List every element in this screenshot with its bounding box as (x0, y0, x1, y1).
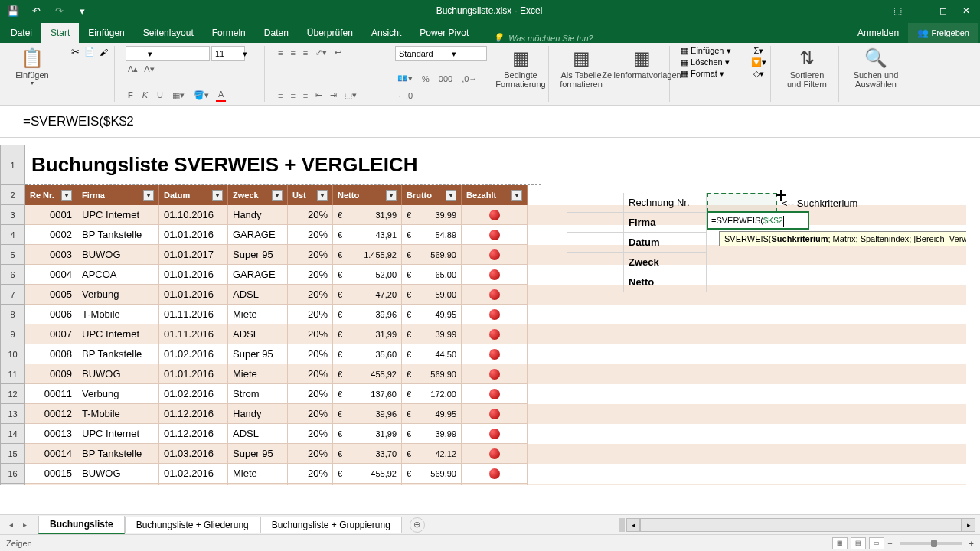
lookup-label-zweck[interactable]: Zweck (624, 253, 707, 272)
table-row[interactable]: 0008BP Tankstelle01.02.2016Super 9520%€3… (25, 344, 966, 364)
row-header[interactable]: 13 (0, 404, 25, 424)
column-header-firma[interactable]: Firma▾ (77, 185, 159, 205)
copy-button[interactable]: 📄 (84, 47, 95, 57)
redo-button[interactable]: ↷ (49, 3, 69, 18)
format-cells-button[interactable]: ▦ Format ▾ (681, 69, 724, 79)
tab-einfuegen[interactable]: Einfügen (79, 23, 133, 43)
row-header[interactable]: 15 (0, 444, 25, 464)
zoom-in-button[interactable]: + (969, 539, 974, 548)
formula-bar[interactable]: =SVERWEIS($K$2 (0, 106, 980, 138)
align-middle-button[interactable]: ≡ (288, 47, 297, 59)
row-header[interactable]: 7 (0, 285, 25, 305)
save-button[interactable]: 💾 (3, 3, 23, 18)
sort-filter-button[interactable]: ⇅Sortieren und Filtern (782, 46, 832, 90)
table-row[interactable]: 00013UPC Internet01.12.2016ADSL20%€31,99… (25, 424, 966, 444)
hscroll-right[interactable]: ▸ (962, 518, 975, 532)
filter-button[interactable]: ▾ (317, 190, 328, 201)
autosum-button[interactable]: Σ▾ (754, 46, 764, 56)
cut-button[interactable]: ✂ (71, 46, 80, 57)
indent-inc-button[interactable]: ⇥ (328, 89, 339, 102)
filter-button[interactable]: ▾ (386, 190, 397, 201)
shrink-font-button[interactable]: A▾ (142, 63, 156, 76)
align-right-button[interactable]: ≡ (301, 90, 310, 102)
filter-button[interactable]: ▾ (143, 190, 154, 201)
close-button[interactable]: ✕ (956, 3, 977, 18)
row-header[interactable]: 17 (0, 484, 25, 485)
font-color-button[interactable]: A (216, 88, 226, 102)
search-criterion-cell[interactable] (707, 193, 777, 213)
bold-button[interactable]: F (126, 89, 136, 101)
qat-dropdown[interactable]: ▾ (72, 3, 92, 18)
row-header[interactable]: 8 (0, 305, 25, 324)
tab-datei[interactable]: Datei (2, 23, 41, 43)
column-header-reNr[interactable]: Re Nr.▾ (25, 185, 77, 205)
maximize-button[interactable]: ◻ (933, 3, 954, 18)
indent-dec-button[interactable]: ⇤ (313, 89, 325, 102)
insert-cells-button[interactable]: ▦ Einfügen ▾ (681, 46, 731, 56)
sheet-tab-2[interactable]: Buchungsliste + Gliederung (125, 517, 260, 533)
align-left-button[interactable]: ≡ (276, 90, 285, 102)
column-header-brutto[interactable]: Brutto▾ (402, 185, 462, 205)
column-header-ust[interactable]: Ust▾ (288, 185, 333, 205)
paste-button[interactable]: 📋Einfügen▾ (11, 46, 54, 88)
table-row[interactable]: 0006T-Mobile01.11.2016Miete20%€39,96€49,… (25, 305, 966, 324)
tab-nav-next[interactable]: ▸ (18, 519, 31, 531)
tab-start[interactable]: Start (41, 23, 79, 43)
row-header[interactable]: 2 (0, 185, 25, 205)
zoom-slider[interactable] (900, 542, 962, 545)
view-pagelayout-button[interactable]: ▤ (851, 537, 866, 549)
fill-button[interactable]: 🔽▾ (751, 57, 766, 67)
row-header[interactable]: 14 (0, 424, 25, 444)
wrap-button[interactable]: ↩ (332, 46, 344, 59)
fill-color-button[interactable]: 🪣▾ (191, 89, 211, 102)
column-header-netto[interactable]: Netto▾ (333, 185, 402, 205)
minimize-button[interactable]: — (910, 3, 931, 18)
border-button[interactable]: ▦▾ (170, 89, 187, 102)
align-top-button[interactable]: ≡ (276, 47, 285, 59)
format-painter-button[interactable]: 🖌 (100, 47, 108, 57)
row-header[interactable]: 4 (0, 225, 25, 245)
row-header[interactable]: 3 (0, 205, 25, 225)
filter-button[interactable]: ▾ (511, 190, 522, 201)
undo-button[interactable]: ↶ (26, 3, 46, 18)
table-row[interactable]: 0007UPC Internet01.11.2016ADSL20%€31,99€… (25, 324, 966, 344)
currency-button[interactable]: 💶▾ (395, 72, 415, 85)
row-header[interactable]: 12 (0, 384, 25, 404)
view-pagebreak-button[interactable]: ▭ (869, 537, 884, 549)
inc-decimal-button[interactable]: ,0→ (459, 73, 479, 85)
conditional-format-button[interactable]: ▦Bedingte Formatierung (499, 46, 542, 90)
percent-button[interactable]: % (420, 73, 432, 85)
sheet-tab-1[interactable]: Buchungsliste (38, 516, 125, 534)
tab-ueberpruefen[interactable]: Überprüfen (298, 23, 362, 43)
filter-button[interactable]: ▾ (61, 190, 72, 201)
table-row[interactable]: 0009BUWOG01.01.2016Miete20%€455,92€569,9… (25, 364, 966, 384)
view-normal-button[interactable]: ▦ (832, 537, 848, 549)
hscroll-track[interactable] (640, 518, 962, 532)
row-header[interactable]: 10 (0, 344, 25, 364)
tab-formeln[interactable]: Formeln (203, 23, 255, 43)
dec-decimal-button[interactable]: ←,0 (395, 90, 415, 102)
row-header[interactable]: 11 (0, 364, 25, 384)
filter-button[interactable]: ▾ (446, 190, 456, 201)
sheet-tab-3[interactable]: Buchungsliste + Gruppierung (260, 517, 402, 533)
table-row[interactable]: 00015BUWOG01.02.2016Miete20%€455,92€569,… (25, 464, 966, 484)
cell-styles-button[interactable]: ▦Zellenformatvorlagen (620, 46, 663, 81)
tab-ansicht[interactable]: Ansicht (362, 23, 410, 43)
tab-daten[interactable]: Daten (255, 23, 298, 43)
new-sheet-button[interactable]: ⊕ (410, 517, 425, 533)
row-header[interactable]: 9 (0, 324, 25, 344)
column-header-bezahlt[interactable]: Bezahlt▾ (462, 185, 528, 205)
tell-me-search[interactable]: 💡Was möchten Sie tun? (493, 33, 593, 43)
thousands-button[interactable]: 000 (436, 73, 455, 85)
table-row[interactable]: 00014BP Tankstelle01.03.2016Super 9520%€… (25, 444, 966, 464)
zoom-out-button[interactable]: − (887, 539, 892, 548)
merge-button[interactable]: ⬚▾ (342, 89, 359, 102)
row-header[interactable]: 16 (0, 464, 25, 484)
tab-seitenlayout[interactable]: Seitenlayout (134, 23, 203, 43)
column-header-datum[interactable]: Datum▾ (159, 185, 228, 205)
font-selector[interactable]: ▾ (126, 46, 210, 61)
title-cell[interactable]: Buchungsliste SVERWEIS + VERGLEICH (25, 145, 541, 185)
lookup-label-netto[interactable]: Netto (624, 272, 707, 292)
italic-button[interactable]: K (140, 89, 150, 101)
row-header[interactable]: 6 (0, 265, 25, 285)
